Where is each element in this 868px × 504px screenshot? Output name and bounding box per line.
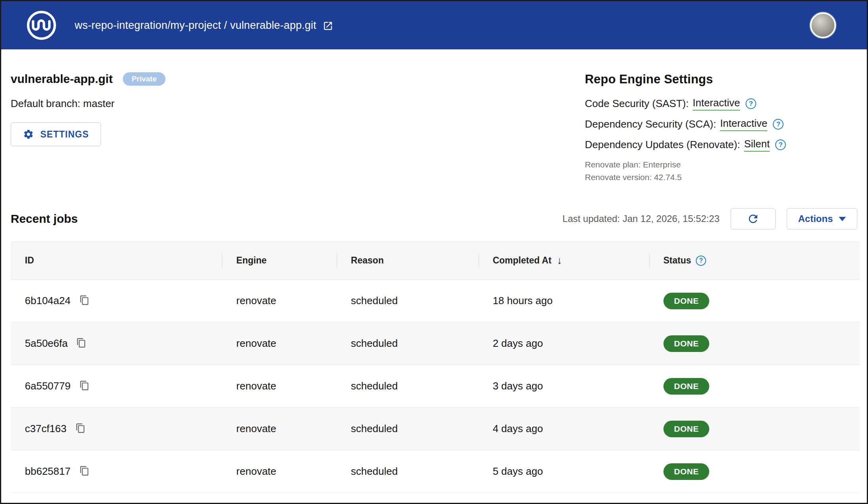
renovate-help-icon[interactable] xyxy=(775,139,786,150)
settings-button[interactable]: SETTINGS xyxy=(11,122,101,146)
jobs-table-body: 6b104a24 renovate scheduled 18 hours ago… xyxy=(11,280,860,493)
settings-button-label: SETTINGS xyxy=(40,129,89,140)
job-reason-cell: scheduled xyxy=(337,280,479,322)
sast-label: Code Security (SAST): xyxy=(585,98,689,110)
column-header-status[interactable]: Status xyxy=(649,242,860,280)
copy-icon xyxy=(79,380,90,391)
job-status-cell: DONE xyxy=(649,408,860,450)
job-engine-cell: renovate xyxy=(222,322,336,365)
job-status-cell: DONE xyxy=(649,365,860,408)
job-id: bb625817 xyxy=(25,465,71,478)
job-id-cell: c37cf163 xyxy=(11,408,222,450)
job-id: 6a550779 xyxy=(25,380,71,392)
user-avatar[interactable] xyxy=(810,12,836,38)
job-reason-cell: scheduled xyxy=(337,450,479,493)
sast-help-icon[interactable] xyxy=(746,98,756,109)
copy-icon xyxy=(79,295,90,305)
gear-icon xyxy=(23,129,34,140)
copy-icon xyxy=(76,338,86,348)
job-status-cell: DONE xyxy=(649,450,860,493)
copy-button[interactable] xyxy=(79,380,91,392)
status-badge: DONE xyxy=(663,421,710,437)
job-reason-cell: scheduled xyxy=(337,365,479,408)
job-engine-cell: renovate xyxy=(222,365,336,408)
status-badge: DONE xyxy=(663,378,710,395)
status-badge: DONE xyxy=(663,463,710,480)
renovate-value-link[interactable]: Silent xyxy=(744,138,770,152)
external-link-icon[interactable] xyxy=(323,21,333,31)
repo-overview-section: vulnerable-app.git Private Default branc… xyxy=(1,49,867,184)
table-row: bb625817 renovate scheduled 5 days ago D… xyxy=(11,450,860,493)
job-reason-cell: scheduled xyxy=(337,322,479,365)
breadcrumb[interactable]: ws-repo-integration/my-project / vulnera… xyxy=(75,19,333,32)
job-status-cell: DONE xyxy=(649,322,860,365)
sca-help-icon[interactable] xyxy=(773,119,783,130)
job-engine-cell: renovate xyxy=(222,450,336,493)
breadcrumb-text: ws-repo-integration/my-project / vulnera… xyxy=(75,19,316,32)
copy-button[interactable] xyxy=(79,466,91,478)
status-badge: DONE xyxy=(663,335,710,352)
column-header-reason[interactable]: Reason xyxy=(337,242,479,280)
copy-icon xyxy=(79,466,90,476)
engine-setting-sast: Code Security (SAST): Interactive xyxy=(585,97,842,111)
last-updated-label: Last updated: Jan 12, 2026, 15:52:23 xyxy=(562,213,720,224)
copy-button[interactable] xyxy=(79,295,91,307)
table-row: 6a550779 renovate scheduled 3 days ago D… xyxy=(11,365,860,408)
job-completed-at-cell: 3 days ago xyxy=(479,365,649,408)
column-header-engine[interactable]: Engine xyxy=(222,242,336,280)
copy-button[interactable] xyxy=(75,423,87,435)
repo-info: vulnerable-app.git Private Default branc… xyxy=(11,72,165,146)
job-engine-cell: renovate xyxy=(222,408,336,450)
sast-value-link[interactable]: Interactive xyxy=(693,97,740,111)
repo-engine-settings-panel: Repo Engine Settings Code Security (SAST… xyxy=(585,72,842,184)
job-id: 5a50e6fa xyxy=(25,337,68,350)
copy-button[interactable] xyxy=(76,338,88,350)
job-id-cell: 6b104a24 xyxy=(11,280,222,322)
default-branch-label: Default branch: master xyxy=(11,98,165,110)
actions-button[interactable]: Actions xyxy=(787,208,857,229)
sca-value-link[interactable]: Interactive xyxy=(720,117,767,131)
sca-label: Dependency Security (SCA): xyxy=(585,118,716,130)
sort-descending-icon[interactable] xyxy=(557,254,562,267)
actions-button-label: Actions xyxy=(798,213,833,224)
table-row: c37cf163 renovate scheduled 4 days ago D… xyxy=(11,408,860,450)
top-navbar: ws-repo-integration/my-project / vulnera… xyxy=(1,1,867,49)
page: ws-repo-integration/my-project / vulnera… xyxy=(0,0,868,504)
job-id-cell: 6a550779 xyxy=(11,365,222,408)
job-id: 6b104a24 xyxy=(25,295,71,307)
refresh-button[interactable] xyxy=(731,208,776,229)
jobs-table-header: ID Engine Reason Completed At Status xyxy=(11,242,860,280)
job-id: c37cf163 xyxy=(25,423,67,435)
job-status-cell: DONE xyxy=(649,280,860,322)
job-reason-cell: scheduled xyxy=(337,408,479,450)
column-header-status-label: Status xyxy=(663,255,691,266)
copy-icon xyxy=(75,423,86,433)
column-header-completed-at-label: Completed At xyxy=(493,255,552,266)
table-row: 5a50e6fa renovate scheduled 2 days ago D… xyxy=(11,322,860,365)
jobs-table: ID Engine Reason Completed At Status xyxy=(11,241,860,493)
job-completed-at-cell: 5 days ago xyxy=(479,450,649,493)
column-header-completed-at[interactable]: Completed At xyxy=(479,242,649,280)
recent-jobs-toolbar: Recent jobs Last updated: Jan 12, 2026, … xyxy=(11,208,857,229)
job-completed-at-cell: 18 hours ago xyxy=(479,280,649,322)
renovate-plan-label: Renovate plan: Enterprise xyxy=(585,158,842,171)
table-row: 6b104a24 renovate scheduled 18 hours ago… xyxy=(11,280,860,322)
column-header-id[interactable]: ID xyxy=(11,242,222,280)
job-engine-cell: renovate xyxy=(222,280,336,322)
renovate-label: Dependency Updates (Renovate): xyxy=(585,139,740,151)
status-badge: DONE xyxy=(663,293,710,309)
chevron-down-icon xyxy=(839,217,846,221)
refresh-icon xyxy=(747,213,759,225)
engine-setting-sca: Dependency Security (SCA): Interactive xyxy=(585,117,842,131)
mend-logo-icon[interactable] xyxy=(26,9,57,41)
column-header-id-label: ID xyxy=(25,255,34,266)
renovate-version-label: Renovate version: 42.74.5 xyxy=(585,171,842,184)
engine-setting-renovate: Dependency Updates (Renovate): Silent xyxy=(585,138,842,152)
job-id-cell: bb625817 xyxy=(11,450,222,493)
recent-jobs-title: Recent jobs xyxy=(11,212,78,226)
status-help-icon[interactable] xyxy=(696,256,706,266)
column-header-engine-label: Engine xyxy=(236,255,267,266)
job-id-cell: 5a50e6fa xyxy=(11,322,222,365)
repo-title: vulnerable-app.git xyxy=(11,72,113,86)
job-completed-at-cell: 2 days ago xyxy=(479,322,649,365)
